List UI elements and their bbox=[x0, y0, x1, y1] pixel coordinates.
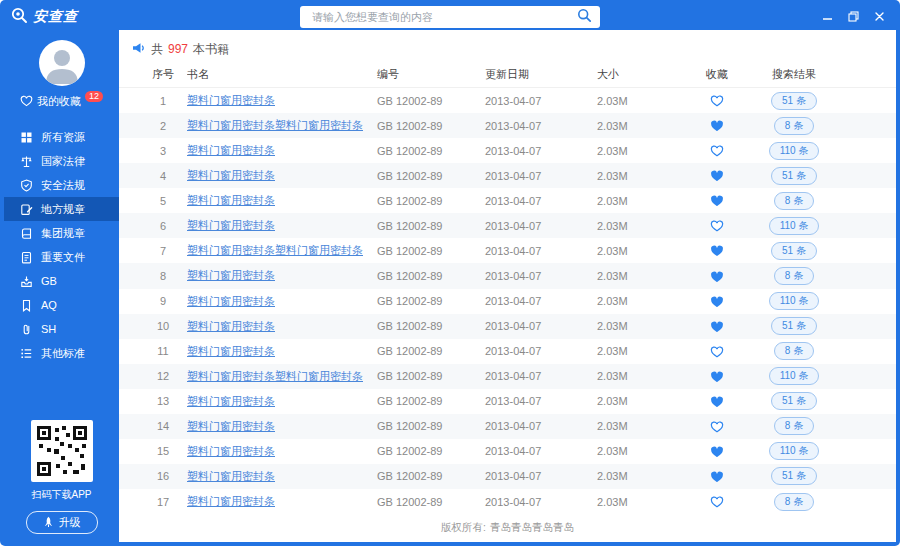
search-results-button[interactable]: 51 条 bbox=[771, 317, 817, 335]
book-title-link[interactable]: 塑料门窗用密封条 bbox=[187, 470, 275, 482]
search-results-button[interactable]: 51 条 bbox=[771, 392, 817, 410]
book-title-link[interactable]: 塑料门窗用密封条塑料门窗用密封条 bbox=[187, 244, 363, 256]
sidebar-item-group-rules[interactable]: 集团规章 bbox=[4, 221, 119, 245]
favorite-heart-filled-icon[interactable] bbox=[710, 396, 724, 408]
sidebar-menu: 所有资源 国家法律 安全法规 地方规章 集团规章 bbox=[4, 125, 119, 365]
app-logo-text: 安查查 bbox=[33, 8, 78, 26]
search-button[interactable] bbox=[575, 8, 594, 26]
results-cell: 8 条 bbox=[749, 117, 839, 135]
book-title-cell: 塑料门窗用密封条 bbox=[187, 419, 377, 434]
close-button[interactable] bbox=[866, 7, 892, 27]
favorite-cell bbox=[685, 345, 749, 358]
minimize-icon bbox=[822, 10, 833, 25]
sidebar-item-other-standards[interactable]: 其他标准 bbox=[4, 341, 119, 365]
book-title-link[interactable]: 塑料门窗用密封条 bbox=[187, 395, 275, 407]
favorite-heart-filled-icon[interactable] bbox=[710, 446, 724, 458]
book-title-link[interactable]: 塑料门窗用密封条 bbox=[187, 219, 275, 231]
favorite-heart-filled-icon[interactable] bbox=[710, 195, 724, 207]
sidebar-item-sh[interactable]: SH bbox=[4, 317, 119, 341]
sidebar-item-local-regulations[interactable]: 地方规章 bbox=[4, 197, 119, 221]
search-results-button[interactable]: 110 条 bbox=[769, 292, 820, 310]
row-index: 7 bbox=[139, 245, 187, 257]
book-title-cell: 塑料门窗用密封条塑料门窗用密封条 bbox=[187, 369, 377, 384]
favorite-heart-filled-icon[interactable] bbox=[710, 371, 724, 383]
favorite-heart-outline-icon[interactable] bbox=[710, 220, 724, 232]
search-results-button[interactable]: 110 条 bbox=[769, 142, 820, 160]
book-title-link[interactable]: 塑料门窗用密封条 bbox=[187, 320, 275, 332]
search-results-button[interactable]: 110 条 bbox=[769, 217, 820, 235]
update-date: 2013-04-07 bbox=[485, 420, 597, 432]
favorite-heart-filled-icon[interactable] bbox=[710, 471, 724, 483]
list-icon bbox=[20, 347, 33, 360]
book-code: GB 12002-89 bbox=[377, 295, 485, 307]
sidebar-item-gb[interactable]: GB bbox=[4, 269, 119, 293]
search-results-button[interactable]: 110 条 bbox=[769, 442, 820, 460]
favorite-heart-filled-icon[interactable] bbox=[710, 321, 724, 333]
book-title-link[interactable]: 塑料门窗用密封条 bbox=[187, 169, 275, 181]
search-results-button[interactable]: 51 条 bbox=[771, 167, 817, 185]
favorite-heart-outline-icon[interactable] bbox=[710, 346, 724, 358]
window-controls bbox=[814, 7, 892, 27]
sidebar-item-national-laws[interactable]: 国家法律 bbox=[4, 149, 119, 173]
book-code: GB 12002-89 bbox=[377, 270, 485, 282]
upgrade-button[interactable]: 升级 bbox=[26, 511, 98, 534]
search-results-button[interactable]: 51 条 bbox=[771, 92, 817, 110]
book-title-link[interactable]: 塑料门窗用密封条 bbox=[187, 94, 275, 106]
minimize-button[interactable] bbox=[814, 7, 840, 27]
file-icon bbox=[20, 251, 33, 264]
favorite-heart-outline-icon[interactable] bbox=[710, 145, 724, 157]
file-size: 2.03M bbox=[597, 420, 685, 432]
row-index: 13 bbox=[139, 395, 187, 407]
search-results-button[interactable]: 8 条 bbox=[774, 192, 814, 210]
favorite-heart-filled-icon[interactable] bbox=[710, 120, 724, 132]
book-title-link[interactable]: 塑料门窗用密封条 bbox=[187, 495, 275, 507]
search-results-button[interactable]: 8 条 bbox=[774, 342, 814, 360]
results-cell: 51 条 bbox=[749, 467, 839, 485]
book-code: GB 12002-89 bbox=[377, 95, 485, 107]
sidebar-item-safety-regulations[interactable]: 安全法规 bbox=[4, 173, 119, 197]
search-results-button[interactable]: 51 条 bbox=[771, 242, 817, 260]
search-input[interactable] bbox=[310, 10, 575, 24]
book-title-link[interactable]: 塑料门窗用密封条塑料门窗用密封条 bbox=[187, 370, 363, 382]
favorite-heart-outline-icon[interactable] bbox=[710, 95, 724, 107]
book-title-link[interactable]: 塑料门窗用密封条 bbox=[187, 194, 275, 206]
search-results-button[interactable]: 8 条 bbox=[774, 267, 814, 285]
favorite-heart-filled-icon[interactable] bbox=[710, 245, 724, 257]
favorite-heart-filled-icon[interactable] bbox=[710, 271, 724, 283]
maximize-button[interactable] bbox=[840, 7, 866, 27]
book-title-link[interactable]: 塑料门窗用密封条塑料门窗用密封条 bbox=[187, 119, 363, 131]
file-size: 2.03M bbox=[597, 470, 685, 482]
sidebar-item-all-resources[interactable]: 所有资源 bbox=[4, 125, 119, 149]
avatar[interactable] bbox=[39, 40, 85, 86]
results-cell: 8 条 bbox=[749, 493, 839, 511]
sidebar-item-important-documents[interactable]: 重要文件 bbox=[4, 245, 119, 269]
search-results-button[interactable]: 8 条 bbox=[774, 117, 814, 135]
results-cell: 110 条 bbox=[749, 442, 839, 460]
book-title-link[interactable]: 塑料门窗用密封条 bbox=[187, 269, 275, 281]
book-title-link[interactable]: 塑料门窗用密封条 bbox=[187, 144, 275, 156]
my-favorites[interactable]: 我的收藏 12 bbox=[4, 95, 119, 109]
favorite-cell bbox=[685, 395, 749, 408]
search-results-button[interactable]: 8 条 bbox=[774, 417, 814, 435]
table-row: 9塑料门窗用密封条GB 12002-892013-04-072.03M110 条 bbox=[119, 289, 896, 314]
favorite-heart-outline-icon[interactable] bbox=[710, 496, 724, 508]
update-date: 2013-04-07 bbox=[485, 145, 597, 157]
search-results-button[interactable]: 51 条 bbox=[771, 467, 817, 485]
app-logo: 安查查 bbox=[4, 6, 119, 28]
row-index: 4 bbox=[139, 170, 187, 182]
app-window: 安查查 bbox=[0, 0, 900, 546]
search-results-button[interactable]: 110 条 bbox=[769, 367, 820, 385]
sidebar-item-label: 其他标准 bbox=[41, 346, 85, 361]
favorite-heart-filled-icon[interactable] bbox=[710, 296, 724, 308]
table-row: 7塑料门窗用密封条塑料门窗用密封条GB 12002-892013-04-072.… bbox=[119, 238, 896, 263]
book-title-link[interactable]: 塑料门窗用密封条 bbox=[187, 345, 275, 357]
sidebar-item-aq[interactable]: AQ bbox=[4, 293, 119, 317]
file-size: 2.03M bbox=[597, 95, 685, 107]
book-title-link[interactable]: 塑料门窗用密封条 bbox=[187, 445, 275, 457]
search-results-button[interactable]: 8 条 bbox=[774, 493, 814, 511]
book-title-link[interactable]: 塑料门窗用密封条 bbox=[187, 295, 275, 307]
book-title-link[interactable]: 塑料门窗用密封条 bbox=[187, 420, 275, 432]
row-index: 12 bbox=[139, 370, 187, 382]
favorite-heart-filled-icon[interactable] bbox=[710, 170, 724, 182]
favorite-heart-outline-icon[interactable] bbox=[710, 421, 724, 433]
